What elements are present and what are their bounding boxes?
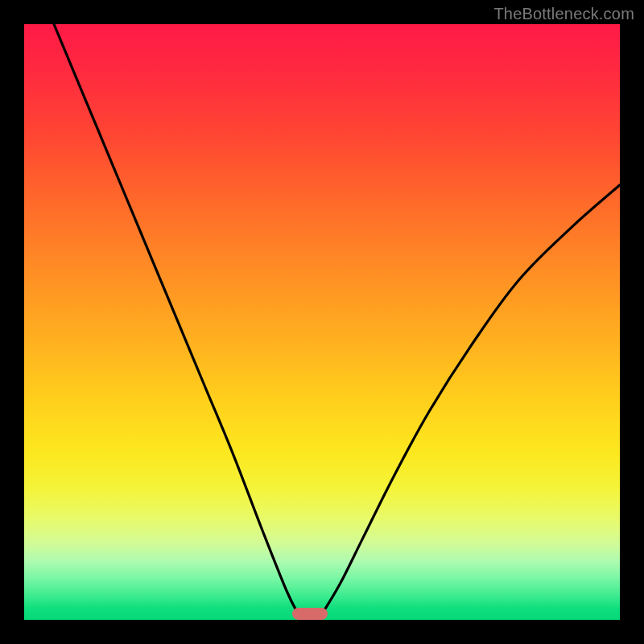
curve-left-branch <box>54 24 298 614</box>
curve-layer <box>24 24 620 620</box>
curve-right-branch <box>322 185 620 614</box>
chart-frame: TheBottleneck.com <box>0 0 644 644</box>
watermark-text: TheBottleneck.com <box>493 5 634 23</box>
plot-area <box>24 24 620 620</box>
optimal-marker <box>292 608 328 620</box>
